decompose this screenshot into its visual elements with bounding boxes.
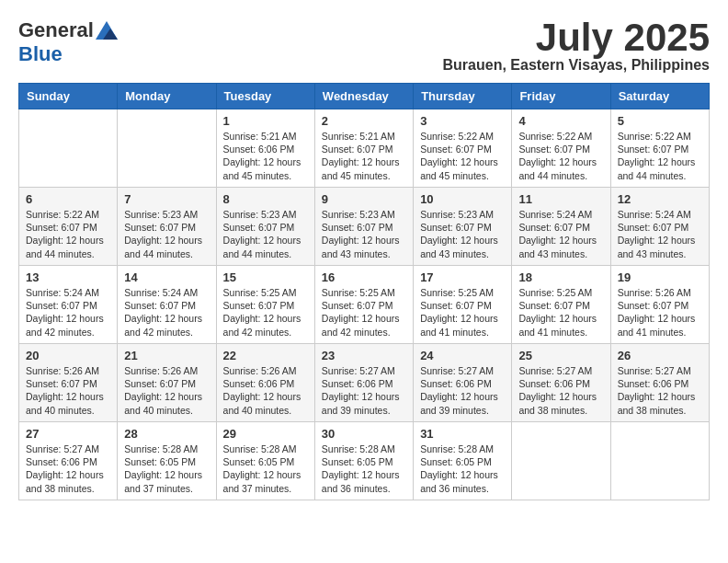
calendar-cell: 22Sunrise: 5:26 AM Sunset: 6:06 PM Dayli… xyxy=(216,344,314,422)
calendar-cell: 26Sunrise: 5:27 AM Sunset: 6:06 PM Dayli… xyxy=(610,344,709,422)
calendar-cell: 23Sunrise: 5:27 AM Sunset: 6:06 PM Dayli… xyxy=(314,344,413,422)
cell-content: Sunrise: 5:23 AM Sunset: 6:07 PM Dayligh… xyxy=(223,208,308,260)
logo-icon xyxy=(96,21,118,40)
cell-content: Sunrise: 5:26 AM Sunset: 6:07 PM Dayligh… xyxy=(618,286,702,339)
cell-content: Sunrise: 5:24 AM Sunset: 6:07 PM Dayligh… xyxy=(618,208,702,260)
cell-content: Sunrise: 5:25 AM Sunset: 6:07 PM Dayligh… xyxy=(420,286,505,339)
cell-content: Sunrise: 5:27 AM Sunset: 6:06 PM Dayligh… xyxy=(618,364,702,417)
cell-content: Sunrise: 5:25 AM Sunset: 6:07 PM Dayligh… xyxy=(518,286,603,339)
calendar-cell: 17Sunrise: 5:25 AM Sunset: 6:07 PM Dayli… xyxy=(414,266,512,344)
cell-content: Sunrise: 5:24 AM Sunset: 6:07 PM Dayligh… xyxy=(518,208,603,260)
weekday-header-wednesday: Wednesday xyxy=(314,84,413,109)
calendar-cell xyxy=(118,109,216,188)
weekday-header-saturday: Saturday xyxy=(610,84,709,109)
day-number: 17 xyxy=(420,270,505,284)
day-number: 10 xyxy=(420,192,505,206)
calendar-cell: 27Sunrise: 5:27 AM Sunset: 6:06 PM Dayli… xyxy=(19,422,118,500)
day-number: 9 xyxy=(322,192,406,206)
cell-content: Sunrise: 5:22 AM Sunset: 6:07 PM Dayligh… xyxy=(26,208,110,260)
weekday-header-friday: Friday xyxy=(512,84,610,109)
day-number: 20 xyxy=(26,349,110,362)
calendar-week-5: 27Sunrise: 5:27 AM Sunset: 6:06 PM Dayli… xyxy=(19,422,710,500)
day-number: 26 xyxy=(618,349,702,362)
calendar-cell: 24Sunrise: 5:27 AM Sunset: 6:06 PM Dayli… xyxy=(414,344,512,422)
page-header: General Blue July 2025 Burauen, Eastern … xyxy=(18,18,710,74)
calendar-table: SundayMondayTuesdayWednesdayThursdayFrid… xyxy=(18,83,710,500)
calendar-cell xyxy=(610,422,709,500)
calendar-cell: 19Sunrise: 5:26 AM Sunset: 6:07 PM Dayli… xyxy=(610,266,709,344)
calendar-cell: 2Sunrise: 5:21 AM Sunset: 6:07 PM Daylig… xyxy=(314,109,413,188)
calendar-cell: 20Sunrise: 5:26 AM Sunset: 6:07 PM Dayli… xyxy=(19,344,118,422)
day-number: 4 xyxy=(518,114,603,128)
day-number: 11 xyxy=(518,192,603,206)
day-number: 31 xyxy=(420,427,505,441)
logo-general-text: General xyxy=(18,18,94,42)
day-number: 27 xyxy=(26,427,110,441)
calendar-cell: 31Sunrise: 5:28 AM Sunset: 6:05 PM Dayli… xyxy=(414,422,512,500)
cell-content: Sunrise: 5:24 AM Sunset: 6:07 PM Dayligh… xyxy=(26,286,110,339)
calendar-cell: 11Sunrise: 5:24 AM Sunset: 6:07 PM Dayli… xyxy=(512,188,610,266)
calendar-cell: 28Sunrise: 5:28 AM Sunset: 6:05 PM Dayli… xyxy=(118,422,216,500)
calendar-cell: 7Sunrise: 5:23 AM Sunset: 6:07 PM Daylig… xyxy=(118,188,216,266)
day-number: 21 xyxy=(124,349,209,362)
cell-content: Sunrise: 5:21 AM Sunset: 6:07 PM Dayligh… xyxy=(322,130,406,182)
cell-content: Sunrise: 5:21 AM Sunset: 6:06 PM Dayligh… xyxy=(223,130,308,182)
day-number: 2 xyxy=(322,114,406,128)
calendar-cell xyxy=(19,109,118,188)
day-number: 28 xyxy=(124,427,209,441)
calendar-cell: 5Sunrise: 5:22 AM Sunset: 6:07 PM Daylig… xyxy=(610,109,709,188)
day-number: 12 xyxy=(618,192,702,206)
calendar-header-row: SundayMondayTuesdayWednesdayThursdayFrid… xyxy=(19,84,710,109)
cell-content: Sunrise: 5:22 AM Sunset: 6:07 PM Dayligh… xyxy=(420,130,505,182)
calendar-cell: 30Sunrise: 5:28 AM Sunset: 6:05 PM Dayli… xyxy=(314,422,413,500)
calendar-week-4: 20Sunrise: 5:26 AM Sunset: 6:07 PM Dayli… xyxy=(19,344,710,422)
weekday-header-thursday: Thursday xyxy=(414,84,512,109)
cell-content: Sunrise: 5:22 AM Sunset: 6:07 PM Dayligh… xyxy=(618,130,702,182)
cell-content: Sunrise: 5:22 AM Sunset: 6:07 PM Dayligh… xyxy=(518,130,603,182)
day-number: 7 xyxy=(124,192,209,206)
day-number: 29 xyxy=(223,427,308,441)
calendar-cell: 8Sunrise: 5:23 AM Sunset: 6:07 PM Daylig… xyxy=(216,188,314,266)
day-number: 1 xyxy=(223,114,308,128)
weekday-header-monday: Monday xyxy=(118,84,216,109)
cell-content: Sunrise: 5:27 AM Sunset: 6:06 PM Dayligh… xyxy=(322,364,406,417)
calendar-cell: 9Sunrise: 5:23 AM Sunset: 6:07 PM Daylig… xyxy=(314,188,413,266)
calendar-cell: 29Sunrise: 5:28 AM Sunset: 6:05 PM Dayli… xyxy=(216,422,314,500)
weekday-header-sunday: Sunday xyxy=(19,84,118,109)
day-number: 30 xyxy=(322,427,406,441)
calendar-cell: 16Sunrise: 5:25 AM Sunset: 6:07 PM Dayli… xyxy=(314,266,413,344)
calendar-cell: 15Sunrise: 5:25 AM Sunset: 6:07 PM Dayli… xyxy=(216,266,314,344)
logo: General Blue xyxy=(18,18,118,66)
cell-content: Sunrise: 5:26 AM Sunset: 6:07 PM Dayligh… xyxy=(26,364,110,417)
day-number: 15 xyxy=(223,270,308,284)
calendar-cell: 25Sunrise: 5:27 AM Sunset: 6:06 PM Dayli… xyxy=(512,344,610,422)
calendar-cell: 6Sunrise: 5:22 AM Sunset: 6:07 PM Daylig… xyxy=(19,188,118,266)
day-number: 5 xyxy=(618,114,702,128)
cell-content: Sunrise: 5:26 AM Sunset: 6:07 PM Dayligh… xyxy=(124,364,209,417)
day-number: 14 xyxy=(124,270,209,284)
day-number: 16 xyxy=(322,270,406,284)
calendar-cell: 12Sunrise: 5:24 AM Sunset: 6:07 PM Dayli… xyxy=(610,188,709,266)
calendar-week-2: 6Sunrise: 5:22 AM Sunset: 6:07 PM Daylig… xyxy=(19,188,710,266)
cell-content: Sunrise: 5:25 AM Sunset: 6:07 PM Dayligh… xyxy=(322,286,406,339)
cell-content: Sunrise: 5:28 AM Sunset: 6:05 PM Dayligh… xyxy=(322,442,406,495)
day-number: 13 xyxy=(26,270,110,284)
calendar-cell: 21Sunrise: 5:26 AM Sunset: 6:07 PM Dayli… xyxy=(118,344,216,422)
day-number: 18 xyxy=(518,270,603,284)
calendar-cell: 18Sunrise: 5:25 AM Sunset: 6:07 PM Dayli… xyxy=(512,266,610,344)
day-number: 3 xyxy=(420,114,505,128)
title-section: July 2025 Burauen, Eastern Visayas, Phil… xyxy=(443,18,710,74)
cell-content: Sunrise: 5:27 AM Sunset: 6:06 PM Dayligh… xyxy=(518,364,603,417)
calendar-cell: 13Sunrise: 5:24 AM Sunset: 6:07 PM Dayli… xyxy=(19,266,118,344)
cell-content: Sunrise: 5:23 AM Sunset: 6:07 PM Dayligh… xyxy=(420,208,505,260)
cell-content: Sunrise: 5:27 AM Sunset: 6:06 PM Dayligh… xyxy=(420,364,505,417)
logo-blue-text: Blue xyxy=(18,42,63,66)
day-number: 25 xyxy=(518,349,603,362)
weekday-header-tuesday: Tuesday xyxy=(216,84,314,109)
calendar-cell xyxy=(512,422,610,500)
cell-content: Sunrise: 5:24 AM Sunset: 6:07 PM Dayligh… xyxy=(124,286,209,339)
day-number: 22 xyxy=(223,349,308,362)
location-title: Burauen, Eastern Visayas, Philippines xyxy=(443,57,710,74)
cell-content: Sunrise: 5:28 AM Sunset: 6:05 PM Dayligh… xyxy=(124,442,209,495)
calendar-cell: 14Sunrise: 5:24 AM Sunset: 6:07 PM Dayli… xyxy=(118,266,216,344)
